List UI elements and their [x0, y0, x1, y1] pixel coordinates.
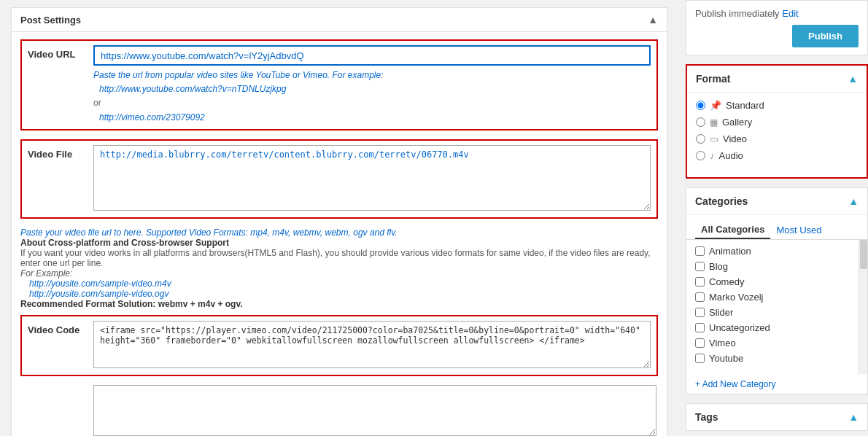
category-uncategorized: Uncategorized: [695, 322, 850, 333]
category-slider: Slider: [695, 307, 850, 318]
categories-tabs: All Categories Most Used: [686, 215, 867, 240]
video-url-input[interactable]: [93, 45, 651, 66]
tags-title: Tags: [695, 411, 718, 423]
video-url-field: Paste the url from popular video sites l…: [93, 45, 651, 125]
tab-most-used[interactable]: Most Used: [770, 221, 827, 239]
hint-example1: http://www.youtube.com/watch?v=nTDNLUzjk…: [99, 84, 286, 94]
format-radio-audio[interactable]: [696, 151, 705, 160]
category-youtube: Youtube: [695, 353, 850, 364]
checkbox-youtube[interactable]: [695, 354, 705, 363]
format-box: Format ▲ 📌 Standard ▦ Gallery ▭ Video: [686, 64, 868, 179]
video-code-row: Video Code: [20, 315, 658, 376]
format-label-video: Video: [723, 133, 747, 144]
sidebar: Publish immediately Edit Publish Format …: [678, 0, 868, 436]
format-option-gallery: ▦ Gallery: [696, 117, 858, 128]
format-radio-gallery[interactable]: [696, 117, 705, 127]
format-label-gallery: Gallery: [722, 117, 752, 128]
post-settings-title: Post Settings: [20, 15, 81, 26]
hint-example2: http://vimeo.com/23079092: [99, 112, 205, 122]
categories-list: Animation Blog Comedy Marko Vozelj: [686, 240, 859, 374]
categories-toggle[interactable]: ▲: [848, 195, 859, 207]
info-example1: http://yousite.com/sample-video.m4v: [29, 279, 658, 289]
tab-all-categories[interactable]: All Categories: [695, 221, 770, 239]
info-line1: Paste your video file url to here. Suppo…: [20, 227, 658, 238]
video-url-label: Video URL: [28, 45, 93, 60]
gallery-icon: ▦: [710, 117, 718, 128]
format-radio-standard[interactable]: [696, 101, 705, 110]
info-line5: Recommended Format Solution: webmv + m4v…: [20, 299, 658, 309]
format-label-standard: Standard: [726, 100, 764, 111]
publish-immediately-text: Publish immediately Edit: [695, 8, 799, 19]
category-vimeo: Vimeo: [695, 338, 850, 349]
scrollbar-thumb: [860, 240, 867, 269]
video-file-label: Video File: [28, 145, 93, 160]
categories-scrollbar[interactable]: [859, 240, 867, 374]
video-url-row: Video URL Paste the url from popular vid…: [20, 39, 658, 131]
tags-box: Tags ▲: [686, 403, 868, 431]
tags-toggle[interactable]: ▲: [848, 411, 859, 423]
publish-btn-row: Publish: [695, 25, 859, 47]
info-line3: If you want your video works in all plat…: [20, 248, 658, 268]
post-settings-body: Video URL Paste the url from popular vid…: [11, 31, 667, 436]
categories-title: Categories: [695, 195, 748, 207]
publish-edit-link[interactable]: Edit: [782, 8, 798, 19]
info-line2: About Cross-platform and Cross-browser S…: [20, 238, 658, 248]
categories-box: Categories ▲ All Categories Most Used An…: [686, 187, 868, 394]
post-settings-header: Post Settings ▲: [11, 7, 667, 31]
categories-list-wrap: Animation Blog Comedy Marko Vozelj: [686, 240, 867, 374]
video-code-label: Video Code: [28, 321, 93, 335]
format-header: Format ▲: [687, 66, 867, 93]
audio-icon: ♪: [710, 150, 715, 161]
info-section: Paste your video file url to here. Suppo…: [20, 227, 658, 309]
info-example2: http://yousite.com/sample-video.ogv: [29, 289, 658, 299]
pin-icon: 📌: [710, 100, 721, 111]
format-radio-video[interactable]: [696, 134, 705, 144]
add-new-category-link[interactable]: + Add New Category: [695, 379, 775, 389]
video-icon: ▭: [710, 133, 718, 144]
info-line4: For Example:: [20, 268, 658, 279]
format-body: 📌 Standard ▦ Gallery ▭ Video ♪ Audio: [687, 93, 867, 177]
checkbox-marko-vozelj[interactable]: [695, 292, 705, 302]
video-file-input[interactable]: [93, 145, 651, 211]
hint-or: or: [93, 98, 101, 108]
video-url-hint: Paste the url from popular video sites l…: [93, 69, 651, 125]
video-file-row: Video File: [20, 139, 658, 219]
checkbox-vimeo[interactable]: [695, 338, 705, 348]
video-file-field: [93, 145, 651, 213]
publish-box: Publish immediately Edit Publish: [686, 0, 868, 55]
add-category-section: + Add New Category: [686, 374, 867, 394]
video-code-field-wrap: [93, 321, 651, 370]
format-label-audio: Audio: [719, 150, 743, 161]
checkbox-comedy[interactable]: [695, 277, 705, 287]
format-option-video: ▭ Video: [696, 133, 858, 144]
format-title: Format: [696, 73, 730, 85]
checkbox-animation[interactable]: [695, 246, 705, 256]
format-toggle[interactable]: ▲: [848, 73, 858, 85]
extra-textarea[interactable]: [93, 385, 656, 436]
checkbox-slider[interactable]: [695, 308, 705, 317]
category-comedy: Comedy: [695, 276, 850, 287]
post-settings-toggle[interactable]: ▲: [648, 14, 658, 26]
format-option-standard: 📌 Standard: [696, 100, 858, 111]
category-animation: Animation: [695, 246, 850, 257]
format-option-audio: ♪ Audio: [696, 150, 858, 161]
checkbox-blog[interactable]: [695, 262, 705, 271]
publish-row: Publish immediately Edit: [695, 8, 859, 19]
video-code-input[interactable]: [93, 321, 651, 368]
category-marko-vozelj: Marko Vozelj: [695, 292, 850, 303]
category-blog: Blog: [695, 261, 850, 272]
checkbox-uncategorized[interactable]: [695, 323, 705, 332]
categories-header: Categories ▲: [686, 188, 867, 215]
extra-textarea-wrap: [93, 385, 656, 436]
tags-header: Tags ▲: [686, 404, 867, 430]
publish-button[interactable]: Publish: [792, 25, 859, 47]
